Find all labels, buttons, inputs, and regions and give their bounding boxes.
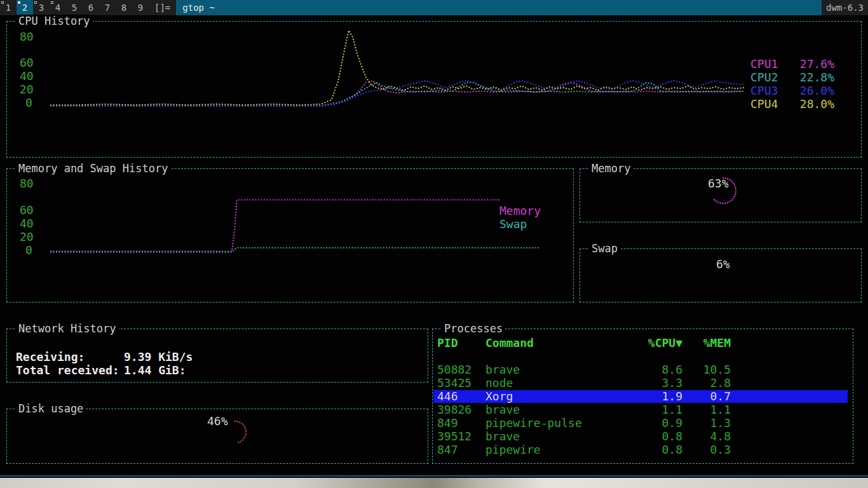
memory-gauge-arc <box>696 170 759 221</box>
y-tick-20: 20 <box>20 83 34 96</box>
window-title: gtop ~ <box>176 0 822 15</box>
workspace-tag-9[interactable]: 9 <box>132 0 149 15</box>
tag-client-indicator <box>1 1 4 4</box>
panel-title-memory: Memory <box>589 162 633 175</box>
processes-rows: 50882brave8.610.553425node3.32.8446Xorg1… <box>433 363 848 457</box>
process-row-brave[interactable]: 39512brave0.84.8 <box>433 430 848 443</box>
network-receiving-label: Receiving: <box>16 350 124 363</box>
desktop: 123456789 []= gtop ~ dwm-6.3 CPU History… <box>0 0 868 488</box>
series-cpu3 <box>51 81 743 106</box>
command-cell: brave <box>485 403 637 416</box>
tag-client-indicator <box>34 1 37 4</box>
legend-cpu3: CPU326.0% <box>750 84 834 97</box>
y-tick-0: 0 <box>25 96 32 109</box>
column-cpu: %CPU▼ <box>637 337 682 349</box>
workspace-tag-3[interactable]: 3 <box>33 0 50 15</box>
y-tick-40: 40 <box>20 217 34 230</box>
panel-swap: Swap 6% <box>580 248 862 302</box>
tag-client-indicator-filled <box>18 1 20 4</box>
network-total-row: Total received: 1.44 GiB: <box>16 363 186 377</box>
pid-cell: 50882 <box>437 363 485 376</box>
series-cpu1 <box>51 81 743 106</box>
cpu-cell: 0.9 <box>637 417 682 430</box>
network-total-label: Total received: <box>16 363 124 377</box>
workspace-tag-6[interactable]: 6 <box>83 0 99 15</box>
command-cell: brave <box>485 430 637 443</box>
process-row-pipewire[interactable]: 847pipewire0.80.3 <box>433 444 848 456</box>
panel-title-swap: Swap <box>589 242 620 255</box>
series-cpu4 <box>51 30 743 105</box>
command-cell: Xorg <box>485 390 637 403</box>
cpu-history-chart <box>51 30 743 107</box>
mem-cell: 10.5 <box>682 363 731 376</box>
panel-network: Network History Receiving: 9.39 KiB/s To… <box>6 329 428 383</box>
process-row-brave[interactable]: 50882brave8.610.5 <box>433 363 848 376</box>
workspace-tag-1[interactable]: 1 <box>0 0 17 15</box>
panel-title-memswap: Memory and Swap History <box>16 162 170 175</box>
command-cell: pipewire-pulse <box>485 417 637 430</box>
legend-cpu4: CPU428.0% <box>750 97 834 111</box>
cpu-cell: 8.6 <box>637 363 682 376</box>
workspace-tags: 123456789 <box>0 0 149 15</box>
pid-cell: 446 <box>437 390 485 403</box>
swap-percent: 6% <box>716 257 730 271</box>
cpu-legend: CPU127.6%CPU222.8%CPU326.0%CPU428.0% <box>750 57 834 111</box>
workspace-tag-5[interactable]: 5 <box>66 0 83 15</box>
mem-cell: 4.8 <box>682 430 731 443</box>
pid-cell: 847 <box>437 444 485 456</box>
cpu-cell: 1.9 <box>637 390 682 403</box>
memswap-history-chart <box>51 186 540 253</box>
cpu-cell: 0.8 <box>637 444 682 456</box>
y-tick-60: 60 <box>20 203 34 217</box>
legend-cpu1: CPU127.6% <box>750 57 834 71</box>
workspace-tag-4[interactable]: 4 <box>50 0 66 15</box>
workspace-tag-8[interactable]: 8 <box>116 0 132 15</box>
process-row-brave[interactable]: 39826brave1.11.1 <box>433 403 848 416</box>
column-mem: %MEM <box>682 337 731 349</box>
disk-gauge-arc <box>210 414 267 459</box>
terminal-window: CPU History 806040200 CPU127.6%CPU222.8%… <box>0 15 868 477</box>
pid-cell: 849 <box>437 417 485 430</box>
command-cell: brave <box>485 363 637 376</box>
series-memory <box>51 200 501 252</box>
command-cell: node <box>485 377 637 390</box>
pid-cell: 53425 <box>437 377 485 390</box>
panel-title-processes: Processes <box>442 322 505 335</box>
panel-title-network: Network History <box>16 322 119 335</box>
column-command: Command <box>485 337 637 349</box>
process-row-Xorg[interactable]: 446Xorg1.90.7 <box>433 390 848 403</box>
layout-symbol[interactable]: []= <box>149 0 176 15</box>
mem-cell: 0.7 <box>682 390 731 403</box>
tag-client-indicator <box>51 1 53 4</box>
mem-cell: 0.3 <box>682 444 731 456</box>
cpu-cell: 0.8 <box>637 430 682 443</box>
process-row-pipewire-pulse[interactable]: 849pipewire-pulse0.91.3 <box>433 417 848 430</box>
statusbar: 123456789 []= gtop ~ dwm-6.3 <box>0 0 868 15</box>
y-tick-20: 20 <box>20 230 34 243</box>
network-receiving-value: 9.39 KiB/s <box>124 350 193 363</box>
legend-cpu2: CPU222.8% <box>750 71 834 84</box>
cpu-cell: 1.1 <box>637 403 682 416</box>
cpu-cell: 3.3 <box>637 377 682 390</box>
series-cpu2 <box>51 83 743 106</box>
panel-title-cpu-history: CPU History <box>16 15 93 27</box>
y-tick-0: 0 <box>25 243 32 257</box>
pid-cell: 39826 <box>437 403 485 416</box>
desktop-wallpaper <box>0 478 868 488</box>
pid-cell: 39512 <box>437 430 485 443</box>
column-pid: PID <box>437 337 485 349</box>
workspace-tag-2[interactable]: 2 <box>17 0 33 15</box>
mem-cell: 1.1 <box>682 403 731 416</box>
panel-title-disk: Disk usage <box>16 402 86 415</box>
network-receiving-row: Receiving: 9.39 KiB/s <box>16 350 193 363</box>
workspace-tag-7[interactable]: 7 <box>99 0 116 15</box>
processes-header: PID Command %CPU▼ %MEM <box>433 337 848 349</box>
y-tick-80: 80 <box>20 30 34 43</box>
y-tick-60: 60 <box>20 56 34 69</box>
y-tick-40: 40 <box>20 69 34 83</box>
command-cell: pipewire <box>485 444 637 456</box>
mem-cell: 2.8 <box>682 377 731 390</box>
process-row-node[interactable]: 53425node3.32.8 <box>433 377 848 390</box>
y-tick-80: 80 <box>20 177 34 190</box>
series-swap <box>51 248 540 252</box>
